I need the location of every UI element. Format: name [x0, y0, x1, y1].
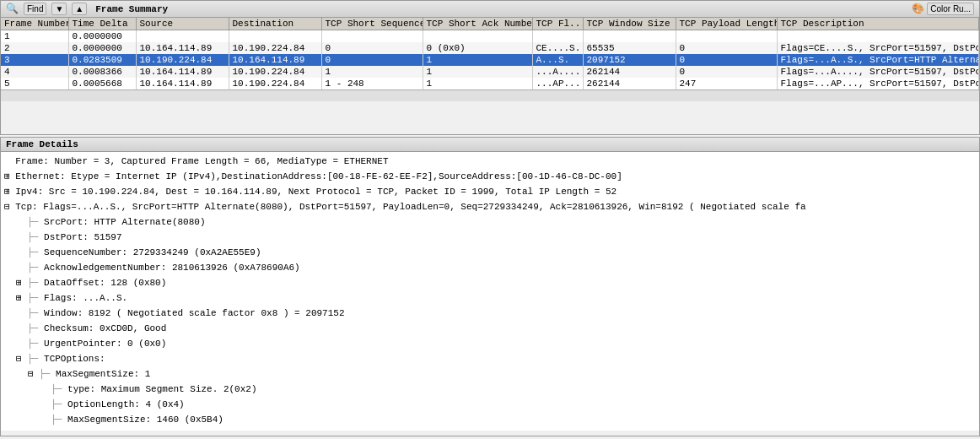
- table-row[interactable]: 10.0000000: [1, 30, 979, 43]
- tree-connector: ├─: [27, 278, 44, 288]
- tree-connector: ├─: [51, 384, 67, 394]
- detail-line[interactable]: ├─ Checksum: 0xCD0D, Good: [1, 321, 979, 336]
- table-cell: [423, 30, 532, 43]
- table-cell: [777, 30, 979, 43]
- col-header-source: Source: [136, 18, 229, 30]
- expand-icon: [40, 383, 51, 394]
- table-cell: 4: [1, 66, 68, 78]
- expand-icon[interactable]: ⊟: [16, 353, 27, 364]
- expand-icon: [16, 322, 27, 333]
- table-cell: 10.164.114.89: [229, 54, 321, 66]
- col-header-desc: TCP Description: [777, 18, 979, 30]
- table-row[interactable]: 30.028350910.190.224.8410.164.114.8901A.…: [1, 54, 979, 66]
- expand-icon: [16, 247, 27, 257]
- frame-table-body: 10.000000020.000000010.164.114.8910.190.…: [1, 30, 979, 90]
- table-cell: A...S.: [532, 54, 583, 66]
- table-cell: 262144: [583, 78, 676, 89]
- horizontal-scrollbar[interactable]: [1, 89, 979, 101]
- prev-button[interactable]: ▼: [51, 3, 67, 15]
- table-cell: Flags=CE....S., SrcPort=51597, DstPort=H…: [777, 42, 979, 54]
- table-cell: 0.0005668: [68, 78, 136, 89]
- table-cell: 0 (0x0): [423, 42, 532, 54]
- detail-line[interactable]: ├─ type: Maximum Segment Size. 2(0x2): [1, 382, 979, 397]
- detail-line[interactable]: ⊞ Ipv4: Src = 10.190.224.84, Dest = 10.1…: [1, 184, 979, 199]
- table-cell: 2: [1, 42, 68, 54]
- col-header-fl: TCP Fl...: [532, 18, 583, 30]
- expand-icon[interactable]: ⊟: [4, 201, 15, 212]
- table-cell: 0: [676, 42, 777, 54]
- frame-summary-header: 🔍 Find ▼ ▲ Frame Summary 🎨 Color Ru...: [1, 1, 979, 18]
- detail-line[interactable]: ⊞ ├─ DataOffset: 128 (0x80): [1, 275, 979, 290]
- table-cell: [583, 30, 676, 43]
- table-cell: 1: [1, 30, 68, 43]
- detail-line[interactable]: ├─ OptionLength: 4 (0x4): [1, 397, 979, 412]
- detail-line[interactable]: ⊞ Ethernet: Etype = Internet IP (IPv4),D…: [1, 169, 979, 184]
- detail-text: DataOffset: 128 (0x80): [44, 278, 166, 288]
- table-cell: Flags=...AP..., SrcPort=51597, DstPort=H…: [777, 78, 979, 89]
- detail-line[interactable]: ⊟ Tcp: Flags=...A..S., SrcPort=HTTP Alte…: [1, 199, 979, 214]
- frame-summary-panel: 🔍 Find ▼ ▲ Frame Summary 🎨 Color Ru... F…: [0, 0, 980, 135]
- table-cell: 2097152: [583, 54, 676, 66]
- table-row[interactable]: 50.000566810.164.114.8910.190.224.841 - …: [1, 78, 979, 89]
- expand-icon: [40, 398, 51, 409]
- detail-text: MaxSegmentSize: 1460 (0x5B4): [67, 415, 223, 425]
- frame-details-body[interactable]: Frame: Number = 3, Captured Frame Length…: [1, 152, 979, 431]
- expand-icon[interactable]: ⊟: [28, 368, 39, 379]
- frame-details-header: Frame Details: [1, 138, 979, 152]
- expand-icon: [16, 338, 27, 349]
- table-cell: 10.190.224.84: [136, 54, 229, 66]
- detail-line[interactable]: Frame: Number = 3, Captured Frame Length…: [1, 154, 979, 169]
- tree-connector: ├─: [27, 263, 44, 273]
- table-cell: [676, 30, 777, 43]
- table-cell: [532, 30, 583, 43]
- table-row[interactable]: 20.000000010.164.114.8910.190.224.8400 (…: [1, 42, 979, 54]
- color-rules-button[interactable]: Color Ru...: [927, 3, 974, 15]
- detail-line[interactable]: ├─ DstPort: 51597: [1, 230, 979, 245]
- detail-line[interactable]: ├─ MaxSegmentSize: 1460 (0x5B4): [1, 412, 979, 427]
- table-cell: 5: [1, 78, 68, 89]
- detail-line[interactable]: ├─ SequenceNumber: 2729334249 (0xA2AE55E…: [1, 245, 979, 260]
- find-button[interactable]: Find: [24, 3, 46, 15]
- frame-details-panel: Frame Details Frame: Number = 3, Capture…: [0, 137, 980, 436]
- table-cell: [229, 30, 321, 43]
- tree-connector: ├─: [39, 369, 56, 379]
- expand-icon: [16, 262, 27, 273]
- table-cell: 0: [676, 54, 777, 66]
- table-cell: 10.164.114.89: [136, 78, 229, 89]
- table-cell: 1: [423, 54, 532, 66]
- tree-connector: ├─: [27, 232, 44, 242]
- detail-line[interactable]: ├─ Window: 8192 ( Negotiated scale facto…: [1, 306, 979, 321]
- tree-connector: ├─: [27, 354, 44, 364]
- col-header-time-delta: Time Delta: [68, 18, 136, 30]
- detail-line[interactable]: ├─ SrcPort: HTTP Alternate(8080): [1, 214, 979, 230]
- detail-line[interactable]: ⊟ ├─ MaxSegmentSize: 1: [1, 366, 979, 382]
- table-cell: 0.0000000: [68, 42, 136, 54]
- table-cell: 10.164.114.89: [136, 66, 229, 78]
- table-cell: 10.190.224.84: [229, 42, 321, 54]
- expand-icon[interactable]: ⊞: [16, 277, 27, 288]
- tree-connector: ├─: [27, 308, 44, 318]
- detail-text: Frame: Number = 3, Captured Frame Length…: [15, 156, 388, 166]
- table-row[interactable]: 40.000836610.164.114.8910.190.224.8411..…: [1, 66, 979, 78]
- expand-icon[interactable]: ⊞: [4, 171, 15, 182]
- col-header-frame-number: Frame Number: [1, 18, 68, 30]
- col-header-ssr: TCP Short Sequence Range: [321, 18, 423, 30]
- expand-icon: [4, 155, 15, 166]
- frame-summary-scroll[interactable]: Frame Number Time Delta Source Destinati…: [1, 18, 979, 101]
- frame-summary-title: Frame Summary: [95, 4, 168, 14]
- table-cell: ...AP...: [532, 78, 583, 89]
- table-cell: 1: [423, 78, 532, 89]
- detail-line[interactable]: ├─ AcknowledgementNumber: 2810613926 (0x…: [1, 260, 979, 275]
- table-cell: 0: [676, 66, 777, 78]
- detail-line[interactable]: ⊟ ├─ TCPOptions:: [1, 351, 979, 366]
- expand-icon: [16, 307, 27, 318]
- expand-icon[interactable]: ⊞: [4, 186, 15, 197]
- detail-text: Checksum: 0xCD0D, Good: [44, 323, 166, 333]
- table-cell: [136, 30, 229, 43]
- expand-icon[interactable]: ⊞: [16, 292, 27, 303]
- table-cell: 10.164.114.89: [136, 42, 229, 54]
- detail-line[interactable]: ├─ UrgentPointer: 0 (0x0): [1, 336, 979, 351]
- color-rules-icon: 🎨: [912, 3, 924, 15]
- detail-line[interactable]: ⊞ ├─ Flags: ...A..S.: [1, 290, 979, 306]
- next-button[interactable]: ▲: [72, 3, 87, 15]
